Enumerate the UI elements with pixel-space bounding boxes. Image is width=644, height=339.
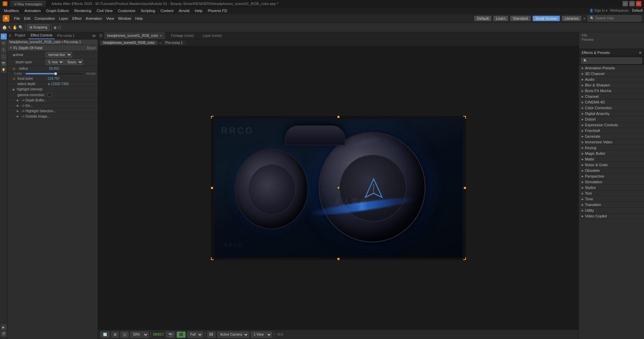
ae-menu-window[interactable]: Window: [116, 16, 133, 20]
cat-transition[interactable]: ▶ Transition: [579, 202, 644, 208]
panel-close[interactable]: ☰: [9, 34, 11, 38]
prop-depth-layer-dropdown[interactable]: 5: head: [46, 59, 64, 65]
cv-tab-layer[interactable]: Layer (none): [200, 32, 224, 39]
cat-digital-anarchy[interactable]: ▶ Digital Anarchy: [579, 111, 644, 117]
effect-toggle[interactable]: ▼: [9, 46, 12, 50]
tool-text[interactable]: T: [1, 47, 7, 53]
cat-cinema4d[interactable]: ▶ CINEMA 4D: [579, 99, 644, 105]
ae-menu-edit[interactable]: Edit: [22, 16, 33, 20]
menu-content[interactable]: Content: [158, 7, 176, 14]
sub-highlight-selection[interactable]: ▶ -> Highlight Selection...: [7, 109, 98, 114]
cat-frischluft[interactable]: ▶ Frischluft: [579, 128, 644, 134]
menu-help[interactable]: Help: [192, 7, 205, 14]
transform-marker[interactable]: ✦: [336, 186, 340, 190]
effect-title-bar[interactable]: ▼ FL Depth Of Field Reset: [7, 45, 98, 51]
cat-utility[interactable]: ▶ Utility: [579, 208, 644, 213]
vray-tab[interactable]: V-Ray messages: [10, 1, 46, 7]
cv-tab-main-close[interactable]: ✕: [160, 34, 162, 38]
gamma-checkbox[interactable]: [48, 93, 52, 97]
handle-top[interactable]: [337, 116, 339, 118]
cat-text[interactable]: ▶ Text: [579, 191, 644, 196]
cat-time[interactable]: ▶ Time: [579, 196, 644, 202]
cat-3d-channel[interactable]: ▶ 3D Channel: [579, 71, 644, 77]
tab-effect-controls[interactable]: Effect Controls: [29, 32, 54, 39]
prop-focal-value[interactable]: 219.767: [48, 77, 60, 80]
tab-precomp[interactable]: Pre-comp 1: [57, 34, 75, 38]
menu-arnold[interactable]: Arnold: [176, 7, 192, 14]
menu-phoenix-fd[interactable]: Phoenix FD: [205, 7, 229, 14]
tool-select[interactable]: ↖: [1, 33, 7, 40]
sub-tab-precomp[interactable]: Pre-comp 1: [163, 41, 185, 45]
cat-distort[interactable]: ▶ Distort: [579, 117, 644, 122]
workspaces-default[interactable]: Default: [632, 9, 643, 12]
ae-menu-animation[interactable]: Animation: [84, 16, 104, 20]
handle-left[interactable]: [211, 187, 213, 189]
cat-obsolete[interactable]: ▶ Obsolete: [579, 168, 644, 174]
cat-stylize[interactable]: ▶ Stylize: [579, 185, 644, 191]
zoom-dropdown[interactable]: 50% 100% 25%: [130, 332, 149, 338]
cat-keying[interactable]: ▶ Keying: [579, 145, 644, 151]
ae-menu-layer[interactable]: Layer: [57, 16, 70, 20]
cat-simulation[interactable]: ▶ Simulation: [579, 179, 644, 185]
cat-magic-bullet[interactable]: ▶ Magic Bullet: [579, 151, 644, 156]
camera-dropdown[interactable]: Active Camera Camera 1: [217, 332, 249, 338]
view-mode-dropdown[interactable]: Full Half: [187, 332, 203, 338]
tool-shape[interactable]: □: [1, 54, 7, 60]
toolbar-extra2[interactable]: ⬡: [58, 25, 61, 30]
cat-noise-grain[interactable]: ▶ Noise & Grain: [579, 162, 644, 168]
panel-expand-icon[interactable]: ≫: [92, 33, 96, 38]
menu-civil-view[interactable]: Civil View: [94, 7, 115, 14]
toolbar-hand[interactable]: ✋: [12, 25, 17, 30]
ae-menu-file[interactable]: File: [12, 16, 22, 20]
sub-depth-buffer[interactable]: ▶ -> Depth Buffer...: [7, 98, 98, 103]
effects-search-input[interactable]: [581, 58, 642, 64]
cv-tab-footage[interactable]: Footage (none): [168, 32, 197, 39]
prop-highlight-intensity[interactable]: ▶ highlight intensity: [7, 87, 98, 92]
menu-scripting[interactable]: Scripting: [138, 7, 158, 14]
prop-radius-value[interactable]: 26.652: [49, 67, 59, 70]
sub-outside-image[interactable]: ▶ -> Outside Image...: [7, 114, 98, 119]
viewer-safe-btn[interactable]: ◫: [121, 332, 128, 338]
cat-generate[interactable]: ▶ Generate: [579, 134, 644, 139]
cat-video-copilot[interactable]: ▶ Video Copilot: [579, 213, 644, 219]
menu-rendering[interactable]: Rendering: [71, 7, 94, 14]
sign-in[interactable]: 👤 Sign In ▾: [589, 9, 607, 12]
ae-menu-composition[interactable]: Composition: [33, 16, 57, 20]
views-dropdown[interactable]: 1 View 2 Views 4 Views: [251, 332, 272, 338]
toolbar-home[interactable]: 🏠: [2, 25, 7, 30]
cat-immersive-video[interactable]: ▶ Immersive Video: [579, 139, 644, 145]
prop-depth-layer-source[interactable]: Source Effect: [65, 59, 83, 65]
tool-light[interactable]: 💡: [1, 67, 7, 73]
cat-boris-fx[interactable]: ▶ Boris FX Mocha: [579, 88, 644, 94]
cat-audio[interactable]: ▶ Audio: [579, 77, 644, 82]
menu-modifiers[interactable]: Modifiers: [1, 7, 22, 14]
cv-tab-main[interactable]: headphones_scene01_RGB_color ✕: [104, 32, 165, 39]
radius-slider[interactable]: [25, 73, 83, 74]
ae-menu-effect[interactable]: Effect: [70, 16, 84, 20]
tool-camera[interactable]: 📷: [1, 60, 7, 66]
toolbar-zoom-in[interactable]: 🔍: [18, 25, 23, 30]
effects-menu-icon[interactable]: ≡: [639, 51, 641, 55]
workspace-standard[interactable]: Standard: [510, 16, 531, 21]
menu-animation[interactable]: Animation: [22, 7, 44, 14]
maximize-btn[interactable]: □: [629, 1, 635, 6]
cat-color-correction[interactable]: ▶ Color Correction: [579, 105, 644, 111]
prop-show-dropdown[interactable]: normal blur depth lens blur: [46, 52, 72, 58]
snapping-btn[interactable]: ⊞ Snapping: [27, 24, 50, 31]
toolbar-select[interactable]: ↖: [8, 25, 11, 30]
sub-tab-comp[interactable]: headphones_scene01_RGB_color: [101, 41, 157, 45]
prop-select-depth-value[interactable]: 11920 7460: [51, 82, 69, 86]
viewer-footage-btn[interactable]: 🎞: [207, 332, 215, 338]
viewer-grid-btn[interactable]: ⊞: [111, 332, 119, 338]
cat-channel[interactable]: ▶ Channel: [579, 94, 644, 99]
composition-viewport[interactable]: RRCG RRCG: [98, 46, 579, 330]
tool-render[interactable]: 🎬: [1, 331, 7, 337]
handle-right[interactable]: [464, 187, 466, 189]
viewer-color-btn[interactable]: ⬛: [177, 332, 185, 338]
tool-pen[interactable]: ✏: [1, 40, 7, 46]
tab-project[interactable]: Project: [13, 32, 27, 39]
close-btn[interactable]: ✕: [636, 1, 641, 6]
ae-menu-help[interactable]: Help: [133, 16, 145, 20]
workspace-learn[interactable]: Learn: [493, 16, 508, 21]
ae-menu-view[interactable]: View: [104, 16, 116, 20]
